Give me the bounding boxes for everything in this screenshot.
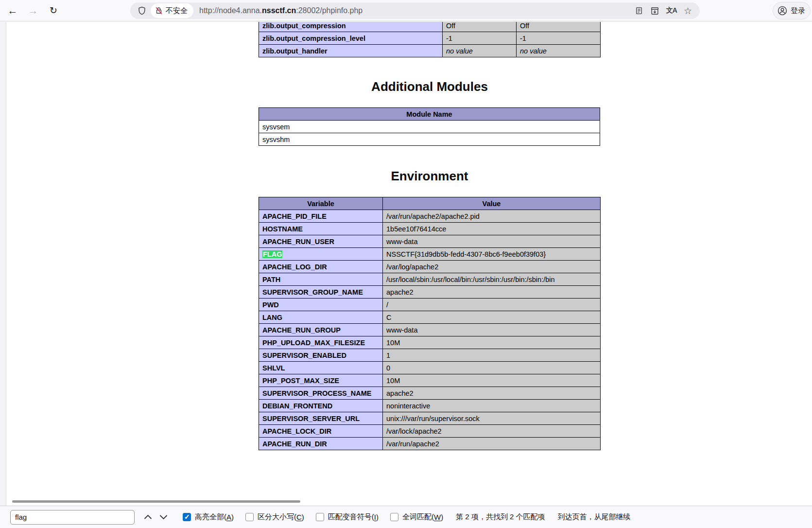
match-case-checkbox[interactable]: 区分大小写(C) [245,512,304,522]
highlight-all-checkbox[interactable]: 高亮全部(A) [183,512,234,522]
table-row: APACHE_RUN_USER www-data [259,235,601,248]
table-row: DEBIAN_FRONTEND noninteractive [259,400,601,412]
master-value: -1 [517,32,601,45]
lock-slash-icon [155,6,163,15]
address-url[interactable]: http://node4.anna.nssctf.cn:28002/phpinf… [199,6,635,15]
table-row: PHP_UPLOAD_MAX_FILESIZE 10M [259,336,601,349]
env-variable: APACHE_LOG_DIR [259,261,383,273]
env-value: 10M [383,374,601,387]
forward-button[interactable]: → [25,3,41,18]
env-value: 10M [383,336,601,349]
env-variable: PHP_UPLOAD_MAX_FILESIZE [259,336,383,349]
env-value: /var/log/apache2 [383,261,601,273]
env-variable: SHLVL [259,362,383,374]
translate-icon-glyph: 文A [666,6,677,15]
env-variable: APACHE_LOCK_DIR [259,425,383,438]
horizontal-scrollbar-thumb[interactable] [12,500,300,503]
table-row: PHP_POST_MAX_SIZE 10M [259,374,601,387]
additional-modules-table: Module Name sysvsem sysvshm [259,107,600,146]
table-row: APACHE_LOCK_DIR /var/lock/apache2 [259,425,601,438]
env-variable: PHP_POST_MAX_SIZE [259,374,383,387]
env-value: 1b5ee10f76414cce [383,223,601,235]
checkbox-unchecked-icon[interactable] [390,513,398,521]
table-row: APACHE_LOG_DIR /var/log/apache2 [259,261,601,273]
option-label: 区分大小写( [258,512,296,522]
translate-icon[interactable]: 文A [666,6,677,15]
env-variable: APACHE_RUN_DIR [259,438,383,450]
local-value: -1 [443,32,517,45]
find-input[interactable] [10,510,135,525]
checkbox-unchecked-icon[interactable] [316,513,324,521]
env-variable: APACHE_PID_FILE [259,210,383,223]
master-value: Off [517,22,601,32]
back-button[interactable]: ← [5,3,20,18]
env-value: /var/run/apache2 [383,438,601,450]
url-domain: nssctf.cn [262,6,296,15]
env-value: 0 [383,362,601,374]
whole-words-checkbox[interactable]: 全词匹配(W) [390,512,443,522]
table-row: PATH /usr/local/sbin:/usr/local/bin:/usr… [259,273,601,286]
table-row: sysvsem [259,121,600,133]
login-label: 登录 [791,6,805,16]
table-row: SHLVL 0 [259,362,601,374]
env-value: / [383,299,601,311]
find-match-highlight: FLAG [262,250,282,258]
checkbox-checked-icon[interactable] [183,513,191,521]
table-row: APACHE_RUN_DIR /var/run/apache2 [259,438,601,450]
env-variable: SUPERVISOR_SERVER_URL [259,412,383,425]
shield-permissions-icon[interactable] [137,6,147,16]
env-value: apache2 [383,387,601,400]
url-suffix: :28002/phpinfo.php [296,6,363,15]
value-header: Value [383,197,601,210]
env-variable: SUPERVISOR_PROCESS_NAME [259,387,383,400]
env-variable: HOSTNAME [259,223,383,235]
table-row: SUPERVISOR_GROUP_NAME apache2 [259,286,601,299]
url-bar[interactable]: 不安全 http://node4.anna.nssctf.cn:28002/ph… [130,2,700,19]
directive-name: zlib.output_compression [259,22,443,32]
bookmark-star-icon[interactable]: ☆ [684,5,692,17]
table-row: sysvshm [259,133,600,146]
reload-button[interactable]: ↻ [46,3,61,18]
directive-name: zlib.output_compression_level [259,32,443,45]
module-name: sysvsem [259,121,600,133]
table-row: zlib.output_compression Off Off [259,22,601,32]
url-prefix: http://node4.anna. [199,6,262,15]
env-value: /var/run/apache2/apache2.pid [383,210,601,223]
site-security-chip[interactable]: 不安全 [151,3,193,18]
option-accesskey: C [296,513,302,521]
environment-title: Environment [259,169,601,184]
local-value: Off [443,22,517,32]
table-row: zlib.output_compression_level -1 -1 [259,32,601,45]
env-variable: SUPERVISOR_GROUP_NAME [259,286,383,299]
insecure-label: 不安全 [166,6,188,16]
checkbox-unchecked-icon[interactable] [245,513,254,521]
env-value: www-data [383,324,601,336]
table-row: zlib.output_handler no value no value [259,45,601,57]
page-viewport: zlib.output_compression Off Off zlib.out… [0,22,812,506]
save-page-icon[interactable] [650,6,659,16]
match-diacritics-checkbox[interactable]: 匹配变音符号(I) [316,512,379,522]
env-variable: PWD [259,299,383,311]
env-value: noninteractive [383,400,601,412]
option-label: 高亮全部( [195,512,226,522]
login-button[interactable]: 登录 [773,2,811,19]
env-variable: SUPERVISOR_ENABLED [259,349,383,362]
env-value-flag: NSSCTF{31d9db5b-fedd-4307-8bc6-f9eeb0f39… [383,248,601,261]
table-row: SUPERVISOR_PROCESS_NAME apache2 [259,387,601,400]
env-value: unix:///var/run/supervisor.sock [383,412,601,425]
env-variable: DEBIAN_FRONTEND [259,400,383,412]
option-accesskey: A [226,513,231,521]
table-header-row: Variable Value [259,197,601,210]
env-value: 1 [383,349,601,362]
find-next-button[interactable] [155,510,171,525]
option-label: 全词匹配( [402,512,434,522]
find-previous-button[interactable] [140,510,155,525]
local-value: no value [443,45,517,57]
variable-header: Variable [259,197,383,210]
env-variable: LANG [259,311,383,324]
table-row: APACHE_RUN_GROUP www-data [259,324,601,336]
find-match-status: 第 2 项，共找到 2 个匹配项 [456,512,545,522]
reader-view-icon[interactable] [635,6,643,15]
table-row-flag: FLAG NSSCTF{31d9db5b-fedd-4307-8bc6-f9ee… [259,248,601,261]
env-value: /var/lock/apache2 [383,425,601,438]
